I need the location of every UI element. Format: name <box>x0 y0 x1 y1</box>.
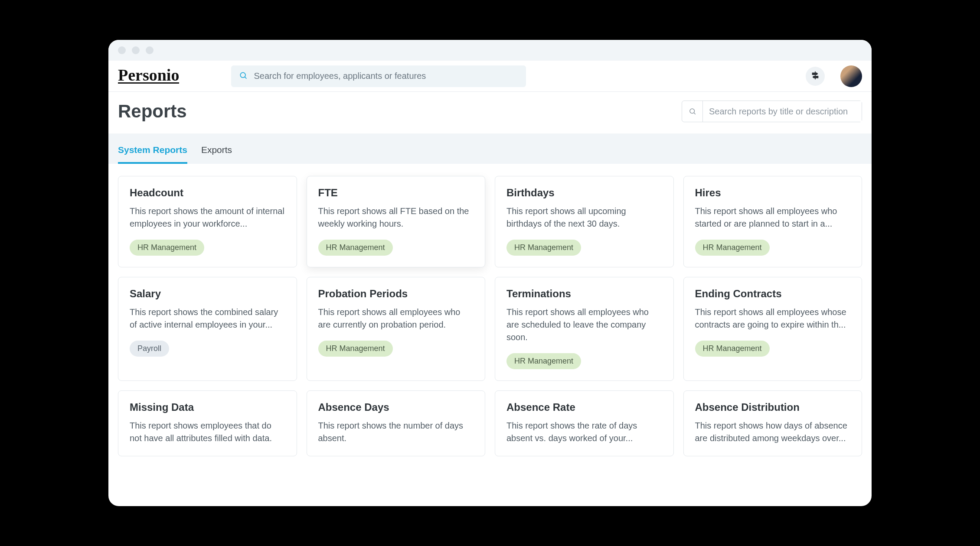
page-header: Reports <box>108 92 872 133</box>
report-description: This report shows the rate of days absen… <box>506 419 662 445</box>
reports-grid: Headcount This report shows the amount o… <box>108 164 872 456</box>
report-description: This report shows employees that do not … <box>130 419 285 445</box>
report-description: This report shows all employees whose co… <box>695 306 851 331</box>
report-description: This report shows all upcoming birthdays… <box>506 205 662 230</box>
top-bar: Personio <box>108 61 872 92</box>
report-card-absence-rate[interactable]: Absence Rate This report shows the rate … <box>495 390 674 456</box>
svg-point-5 <box>690 109 695 114</box>
svg-point-0 <box>241 72 246 78</box>
report-description: This report shows all employees who are … <box>506 306 662 344</box>
window-control-minimize[interactable] <box>132 46 140 54</box>
report-title: Probation Periods <box>318 288 474 300</box>
svg-line-6 <box>694 113 695 114</box>
page-title: Reports <box>118 101 187 122</box>
tab-system-reports[interactable]: System Reports <box>118 135 187 164</box>
report-card-headcount[interactable]: Headcount This report shows the amount o… <box>118 176 297 267</box>
report-card-hires[interactable]: Hires This report shows all employees wh… <box>683 176 862 267</box>
guides-button[interactable] <box>806 67 825 86</box>
report-card-missing-data[interactable]: Missing Data This report shows employees… <box>118 390 297 456</box>
app-window: Personio Reports System Reports Exports <box>108 40 872 506</box>
report-description: This report shows the amount of internal… <box>130 205 285 230</box>
tag-payroll: Payroll <box>130 341 169 357</box>
report-title: Hires <box>695 187 851 199</box>
report-title: Birthdays <box>506 187 662 199</box>
report-description: This report shows how days of absence ar… <box>695 419 851 445</box>
tag-hr-management: HR Management <box>130 240 204 256</box>
report-title: Terminations <box>506 288 662 300</box>
tag-hr-management: HR Management <box>695 240 770 256</box>
svg-rect-2 <box>815 71 816 79</box>
reports-search-input[interactable] <box>703 101 862 122</box>
report-title: Headcount <box>130 187 285 199</box>
brand-logo[interactable]: Personio <box>118 68 179 84</box>
report-card-birthdays[interactable]: Birthdays This report shows all upcoming… <box>495 176 674 267</box>
svg-marker-3 <box>812 72 818 75</box>
window-control-zoom[interactable] <box>146 46 154 54</box>
search-icon <box>682 101 703 122</box>
global-search-input[interactable] <box>254 71 518 81</box>
report-card-absence-days[interactable]: Absence Days This report shows the numbe… <box>307 390 486 456</box>
report-title: Absence Distribution <box>695 401 851 413</box>
report-title: Absence Days <box>318 401 474 413</box>
global-search[interactable] <box>231 65 526 87</box>
report-description: This report shows the number of days abs… <box>318 419 474 445</box>
report-title: Absence Rate <box>506 401 662 413</box>
report-card-probation-periods[interactable]: Probation Periods This report shows all … <box>307 277 486 381</box>
report-card-fte[interactable]: FTE This report shows all FTE based on t… <box>307 176 486 267</box>
signpost-icon <box>810 71 820 82</box>
window-titlebar <box>108 40 872 61</box>
report-description: This report shows all employees who star… <box>695 205 851 230</box>
svg-marker-4 <box>813 75 819 78</box>
tabs: System Reports Exports <box>108 133 872 164</box>
report-title: Salary <box>130 288 285 300</box>
report-title: Missing Data <box>130 401 285 413</box>
report-title: FTE <box>318 187 474 199</box>
window-control-close[interactable] <box>118 46 126 54</box>
report-card-ending-contracts[interactable]: Ending Contracts This report shows all e… <box>683 277 862 381</box>
user-avatar[interactable] <box>840 65 862 87</box>
report-description: This report shows all employees who are … <box>318 306 474 331</box>
tag-hr-management: HR Management <box>318 341 393 357</box>
report-card-salary[interactable]: Salary This report shows the combined sa… <box>118 277 297 381</box>
report-title: Ending Contracts <box>695 288 851 300</box>
reports-search[interactable] <box>682 101 862 122</box>
tag-hr-management: HR Management <box>506 353 581 369</box>
report-card-terminations[interactable]: Terminations This report shows all emplo… <box>495 277 674 381</box>
tag-hr-management: HR Management <box>695 341 770 357</box>
tab-exports[interactable]: Exports <box>201 135 232 164</box>
search-icon <box>239 71 248 81</box>
svg-line-1 <box>245 77 247 78</box>
tag-hr-management: HR Management <box>318 240 393 256</box>
report-description: This report shows all FTE based on the w… <box>318 205 474 230</box>
tag-hr-management: HR Management <box>506 240 581 256</box>
report-description: This report shows the combined salary of… <box>130 306 285 331</box>
report-card-absence-distribution[interactable]: Absence Distribution This report shows h… <box>683 390 862 456</box>
